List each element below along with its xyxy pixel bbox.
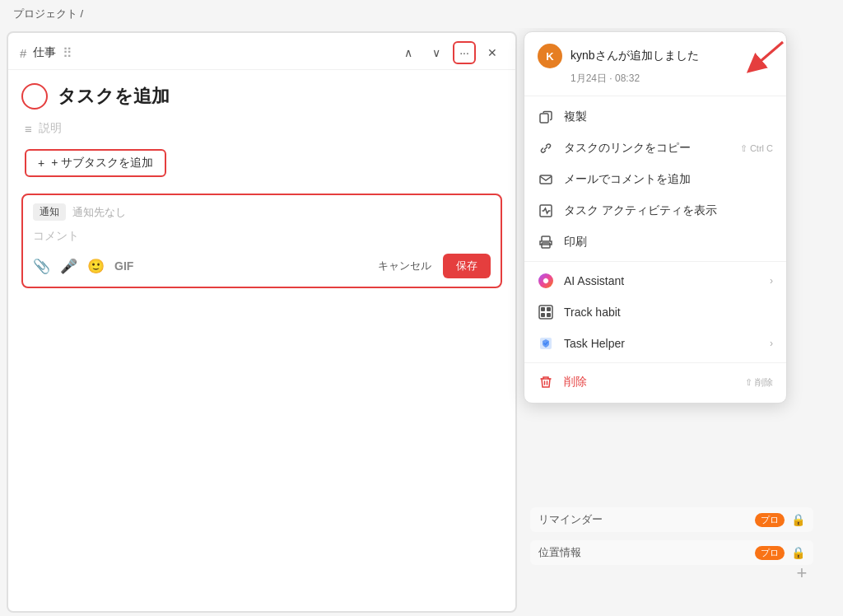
panel-title: 仕事 <box>33 45 56 60</box>
link-icon <box>538 140 554 156</box>
dropdown-menu-items: 複製 タスクのリンクをコピー ⇧ Ctrl C <box>524 96 786 403</box>
panel-header-controls: ∧ ∨ ··· ✕ <box>397 41 504 64</box>
nav-down-button[interactable]: ∨ <box>425 41 448 64</box>
description-placeholder: 説明 <box>39 121 62 136</box>
gif-icon[interactable]: GIF <box>114 259 133 273</box>
svg-rect-3 <box>542 236 550 241</box>
task-activity-label: タスク アクティビティを表示 <box>564 203 773 218</box>
menu-item-ai-assistant[interactable]: AI Assistant › <box>524 265 786 296</box>
mail-icon <box>538 171 554 188</box>
cancel-button[interactable]: キャンセル <box>378 259 431 273</box>
svg-rect-0 <box>540 114 548 123</box>
copy-label: 複製 <box>564 110 773 124</box>
task-title: タスクを追加 <box>58 84 170 109</box>
user-avatar: K <box>538 44 562 68</box>
hash-icon: # <box>20 46 26 60</box>
svg-rect-8 <box>547 307 551 311</box>
user-timestamp: 1月24日 · 08:32 <box>571 72 773 86</box>
task-panel: # 仕事 ⠿ ∧ ∨ ··· ✕ <box>7 31 517 613</box>
more-options-button[interactable]: ··· <box>453 41 476 64</box>
bottom-fields: リマインダー プロ 🔒 位置情報 プロ 🔒 <box>524 507 820 596</box>
add-field-button[interactable]: + <box>790 562 813 585</box>
email-comment-label: メールでコメントを追加 <box>564 172 773 187</box>
track-habit-label: Track habit <box>564 306 773 319</box>
comment-area: 通知 通知先なし コメント 📎 🎤 🙂 GIF <box>21 194 502 288</box>
microphone-icon[interactable]: 🎤 <box>60 258 77 275</box>
task-title-row: タスクを追加 <box>21 83 502 110</box>
save-comment-button[interactable]: 保存 <box>443 254 491 278</box>
add-subtask-button[interactable]: + + サブタスクを追加 <box>25 149 166 177</box>
print-icon <box>538 234 554 250</box>
reminder-badge: プロ <box>755 513 785 527</box>
menu-item-copy[interactable]: 複製 <box>524 101 786 133</box>
menu-item-delete[interactable]: 削除 ⇧ 削除 <box>524 366 786 398</box>
copy-link-shortcut: ⇧ Ctrl C <box>740 143 773 154</box>
ai-assistant-label: AI Assistant <box>564 274 760 287</box>
menu-divider-2 <box>524 362 786 363</box>
print-label: 印刷 <box>564 235 773 250</box>
comment-input[interactable]: コメント <box>33 229 491 244</box>
task-helper-label: Task Helper <box>564 337 760 350</box>
dropdown-user-section: K kynbさんが追加しました 1月24日 · 08:32 <box>524 32 786 96</box>
trash-icon <box>538 374 554 390</box>
menu-item-print[interactable]: 印刷 <box>524 226 786 258</box>
notification-row: 通知 通知先なし <box>33 203 491 221</box>
right-panel: K kynbさんが追加しました 1月24日 · 08:32 <box>524 31 820 613</box>
svg-rect-4 <box>542 243 550 248</box>
menu-item-task-activity[interactable]: タスク アクティビティを表示 <box>524 195 786 226</box>
user-info-row: K kynbさんが追加しました <box>538 44 773 68</box>
app-window: プロジェクト / # 仕事 ⠿ ∧ ∨ ··· <box>0 0 843 616</box>
emoji-icon[interactable]: 🙂 <box>87 258 105 275</box>
comment-toolbar-icons: 📎 🎤 🙂 GIF <box>33 258 366 275</box>
dropdown-menu: K kynbさんが追加しました 1月24日 · 08:32 <box>524 31 787 404</box>
notification-placeholder: 通知先なし <box>72 205 126 220</box>
task-status-circle[interactable] <box>21 83 48 110</box>
copy-link-label: タスクのリンクをコピー <box>564 141 730 156</box>
description-icon: ≡ <box>25 122 32 136</box>
svg-rect-9 <box>541 313 545 317</box>
location-label: 位置情報 <box>538 545 581 560</box>
track-habit-icon <box>538 304 554 320</box>
menu-item-copy-link[interactable]: タスクのリンクをコピー ⇧ Ctrl C <box>524 133 786 164</box>
location-field-row: 位置情報 プロ 🔒 <box>530 540 813 565</box>
task-description-area[interactable]: ≡ 説明 <box>25 121 502 136</box>
ai-assistant-chevron: › <box>770 275 773 287</box>
svg-rect-1 <box>540 175 552 184</box>
breadcrumb: プロジェクト / <box>0 0 843 28</box>
panel-title-area: # 仕事 ⠿ <box>20 45 72 61</box>
delete-label: 削除 <box>564 375 735 390</box>
notification-badge: 通知 <box>33 203 66 221</box>
close-button[interactable]: ✕ <box>481 41 504 64</box>
task-helper-chevron: › <box>770 338 773 349</box>
location-badge: プロ <box>755 546 785 560</box>
location-row-container: 位置情報 プロ 🔒 <box>530 540 813 565</box>
task-helper-icon <box>538 335 554 352</box>
subtask-label: + サブタスクを追加 <box>51 156 153 170</box>
location-lock-icon: 🔒 <box>791 546 805 559</box>
delete-shortcut: ⇧ 削除 <box>745 376 773 389</box>
attachment-icon[interactable]: 📎 <box>33 258 50 275</box>
copy-icon <box>538 109 554 125</box>
svg-rect-10 <box>547 313 551 317</box>
grid-icon: ⠿ <box>63 45 72 61</box>
reminder-label: リマインダー <box>538 512 603 527</box>
task-panel-header: # 仕事 ⠿ ∧ ∨ ··· ✕ <box>8 33 515 70</box>
nav-up-button[interactable]: ∧ <box>397 41 420 64</box>
reminder-field-row: リマインダー プロ 🔒 <box>530 507 813 532</box>
user-name: kynbさんが追加しました <box>571 49 699 63</box>
plus-icon: + <box>38 156 44 170</box>
menu-item-task-helper[interactable]: Task Helper › <box>524 328 786 359</box>
menu-item-track-habit[interactable]: Track habit <box>524 296 786 328</box>
reminder-lock-icon: 🔒 <box>791 513 805 526</box>
activity-icon <box>538 203 554 219</box>
reminder-row-container: リマインダー プロ 🔒 <box>530 507 813 532</box>
svg-rect-7 <box>541 307 545 311</box>
menu-item-email-comment[interactable]: メールでコメントを追加 <box>524 164 786 195</box>
comment-toolbar: 📎 🎤 🙂 GIF キャンセル 保存 <box>33 254 491 278</box>
main-panel: # 仕事 ⠿ ∧ ∨ ··· ✕ <box>0 28 843 616</box>
ai-assistant-icon <box>538 273 554 289</box>
menu-divider-1 <box>524 261 786 262</box>
task-body: タスクを追加 ≡ 説明 + + サブタスクを追加 通知 通知先なし <box>8 70 515 288</box>
